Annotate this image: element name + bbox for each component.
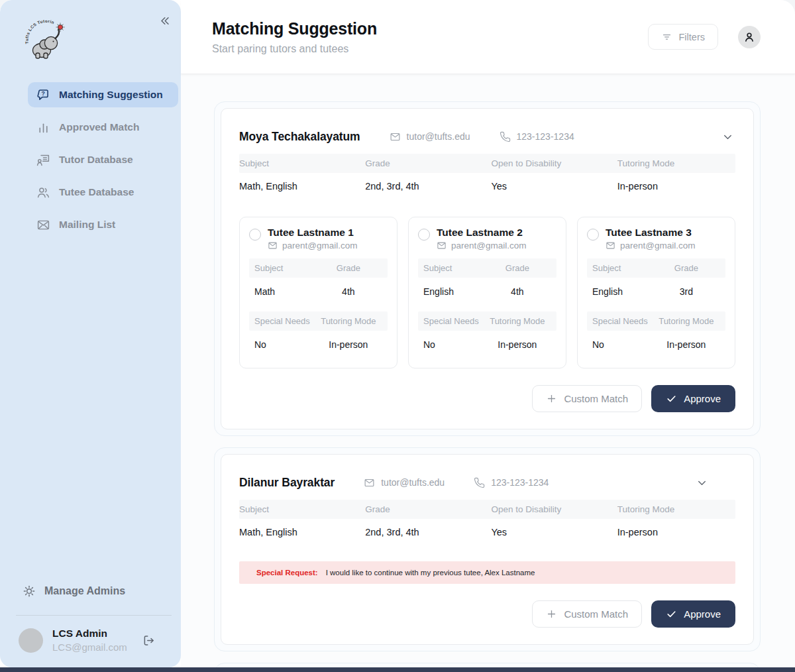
main-area: Matching Suggestion Start paring tutors …	[181, 0, 795, 667]
tutor-grade: 2nd, 3rd, 4th	[365, 181, 491, 192]
envelope-icon	[390, 131, 401, 142]
phone-icon	[500, 131, 511, 142]
sidebar-item-tutor-database[interactable]: Tutor Database	[28, 147, 178, 172]
column-header: Tutoring Mode	[617, 158, 735, 168]
tutee-special-needs: No	[254, 339, 315, 350]
column-header: Open to Disability	[491, 158, 617, 168]
check-icon	[666, 608, 677, 620]
tutor-name: Dilanur Bayraktar	[239, 476, 335, 490]
logout-icon[interactable]	[142, 634, 156, 647]
envelope-icon	[437, 241, 447, 251]
tutor-subject: Math, English	[239, 181, 365, 192]
tutee-card[interactable]: Tutee Lastname 1 parent@gmail.com	[239, 217, 398, 368]
column-header: Tutoring Mode	[653, 316, 720, 326]
envelope-icon	[268, 241, 278, 251]
tutee-subject: English	[592, 286, 653, 297]
tutee-card[interactable]: Tutee Lastname 2 parent@gmail.com	[408, 217, 566, 368]
plus-icon	[546, 608, 557, 620]
tutee-radio[interactable]	[418, 229, 430, 241]
plus-icon	[546, 393, 557, 404]
manage-admins-button[interactable]: Manage Admins	[0, 579, 181, 604]
tutor-phone: 123-123-1234	[500, 131, 574, 142]
envelope-icon	[364, 477, 375, 488]
column-header: Special Needs	[423, 316, 484, 326]
tutor-tutoring-mode: In-person	[617, 181, 735, 192]
tutee-grade: 3rd	[653, 286, 720, 297]
tutor-phone: 123-123-1234	[474, 477, 549, 488]
sidebar-item-matching-suggestion[interactable]: ? Matching Suggestion	[28, 82, 178, 107]
filters-label: Filters	[679, 32, 705, 42]
tutee-subject: English	[423, 286, 484, 297]
page-subtitle: Start paring tutors and tutees	[212, 43, 377, 55]
approve-button[interactable]: Approve	[651, 600, 735, 628]
chevron-down-icon[interactable]	[696, 476, 708, 489]
column-header: Grade	[315, 263, 382, 273]
column-header: Grade	[365, 158, 491, 168]
custom-match-button[interactable]: Custom Match	[532, 385, 642, 412]
sidebar-item-tutee-database[interactable]: Tutee Database	[28, 180, 178, 205]
tutor-header: Dilanur Bayraktar tutor@tufts.edu 123-1	[239, 471, 735, 494]
sidebar-item-label: Tutee Database	[59, 186, 134, 198]
sidebar-item-approved-match[interactable]: Approved Match	[28, 115, 178, 140]
chevron-down-icon[interactable]	[721, 131, 734, 143]
tutee-name: Tutee Lastname 1	[268, 227, 358, 239]
matching-list: Moya Techakalayatum tutor@tufts.edu	[181, 74, 795, 667]
collapse-sidebar-icon[interactable]	[156, 13, 172, 28]
people-icon	[36, 186, 50, 199]
column-header: Tutoring Mode	[617, 504, 735, 514]
tutee-grade: 4th	[315, 286, 382, 297]
column-header: Subject	[239, 158, 365, 168]
profile-email: LCS@gmail.com	[52, 641, 127, 654]
filters-button[interactable]: Filters	[648, 24, 718, 50]
column-header: Subject	[239, 504, 365, 514]
tutee-subject: Math	[254, 286, 315, 297]
tutee-radio[interactable]	[587, 229, 599, 241]
column-header: Subject	[592, 263, 653, 273]
elephant-illustration	[33, 30, 59, 59]
page-header: Matching Suggestion Start paring tutors …	[181, 0, 795, 74]
phone-icon	[474, 477, 485, 488]
envelope-icon	[606, 241, 615, 251]
sidebar-item-mailing-list[interactable]: Mailing List	[28, 212, 178, 237]
tutor-name: Moya Techakalayatum	[239, 130, 360, 144]
tutor-details-table: Subject Grade Open to Disability Tutorin…	[239, 500, 735, 546]
sidebar: Tufts LCS Tutoring	[0, 0, 181, 667]
tutor-tutoring-mode: In-person	[617, 527, 735, 537]
tutee-special-needs: No	[423, 339, 484, 350]
tutee-tutoring-mode: In-person	[484, 339, 551, 350]
tutor-header: Moya Techakalayatum tutor@tufts.edu	[239, 125, 735, 148]
tutee-email: parent@gmail.com	[437, 241, 527, 251]
svg-text:?: ?	[42, 90, 45, 97]
column-header: Tutoring Mode	[315, 316, 382, 326]
tutee-grade: 4th	[484, 286, 551, 297]
custom-match-button[interactable]: Custom Match	[532, 600, 642, 628]
sidebar-item-label: Approved Match	[59, 121, 139, 133]
approve-button[interactable]: Approve	[651, 385, 735, 412]
account-avatar-button[interactable]	[738, 26, 761, 48]
tutee-radio[interactable]	[249, 229, 261, 241]
page-title: Matching Suggestion	[212, 19, 377, 38]
gear-icon	[23, 585, 36, 598]
tutor-email: tutor@tufts.edu	[390, 131, 470, 142]
profile-section: LCS Admin LCS@gmail.com	[19, 627, 156, 654]
sidebar-footer: Manage Admins LCS Admin LCS@gmail.com	[0, 579, 181, 667]
sidebar-item-label: Matching Suggestion	[59, 89, 163, 101]
tutee-card[interactable]: Tutee Lastname 3 parent@gmail.com	[577, 217, 735, 368]
tutor-open-to-disability: Yes	[491, 527, 617, 537]
tutor-grade: 2nd, 3rd, 4th	[365, 527, 491, 537]
column-header: Grade	[653, 263, 720, 273]
tutor-details-table: Subject Grade Open to Disability Tutorin…	[239, 154, 735, 200]
tutee-tutoring-mode: In-person	[315, 339, 382, 350]
column-header: Open to Disability	[491, 504, 617, 514]
tutor-card: Brandon Dionisio tutor@tufts.edu 123-12	[214, 663, 761, 667]
tutee-email: parent@gmail.com	[268, 241, 358, 251]
window-bottom-edge	[0, 667, 795, 672]
check-icon	[666, 393, 677, 404]
column-header: Grade	[484, 263, 551, 273]
tutor-open-to-disability: Yes	[491, 181, 617, 192]
bar-chart-icon	[36, 121, 50, 135]
tutor-card: Dilanur Bayraktar tutor@tufts.edu 123-1	[214, 447, 761, 651]
tutee-name: Tutee Lastname 2	[437, 227, 527, 239]
tutee-special-needs: No	[592, 339, 653, 350]
tutee-tutoring-mode: In-person	[653, 339, 720, 350]
